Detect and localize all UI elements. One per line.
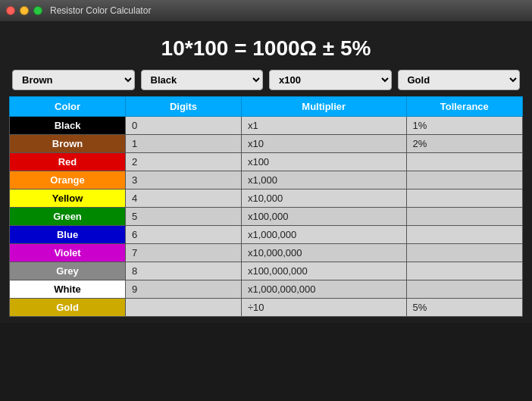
header-tolerance: Tollerance <box>406 97 522 117</box>
tolerance-cell <box>406 190 522 208</box>
multiplier-cell: ÷10 <box>241 299 406 317</box>
color-cell: Brown <box>10 135 126 153</box>
multiplier-cell: x100 <box>241 153 406 171</box>
band1-wrapper: Black Brown Red Orange Yellow Green Blue… <box>12 70 135 90</box>
color-cell: Black <box>10 117 126 135</box>
main-content: 10*100 = 1000Ω ± 5% Black Brown Red Oran… <box>0 21 532 323</box>
color-cell: Yellow <box>10 190 126 208</box>
tolerance-cell <box>406 280 522 299</box>
tolerance-cell <box>406 153 522 171</box>
color-cell: Orange <box>10 171 126 190</box>
table-row: Yellow4x10,000 <box>10 190 523 208</box>
table-row: White9x1,000,000,000 <box>10 280 523 299</box>
table-row: Black0x11% <box>10 117 523 135</box>
table-row: Brown1x102% <box>10 135 523 153</box>
tolerance-cell <box>406 244 522 262</box>
color-table-container: Color Digits Multiplier Tollerance Black… <box>9 96 523 317</box>
digits-cell: 6 <box>126 226 242 244</box>
color-cell: Gold <box>10 299 126 317</box>
multiplier-cell: x1,000 <box>241 171 406 190</box>
dropdown-row: Black Brown Red Orange Yellow Green Blue… <box>9 70 523 90</box>
tolerance-select[interactable]: Gold Silver None <box>398 70 521 90</box>
digits-cell: 4 <box>126 190 242 208</box>
digits-cell: 5 <box>126 208 242 226</box>
digits-cell: 0 <box>126 117 242 135</box>
table-row: Blue6x1,000,000 <box>10 226 523 244</box>
tolerance-cell <box>406 208 522 226</box>
header-digits: Digits <box>126 97 242 117</box>
multiplier-cell: x100,000 <box>241 208 406 226</box>
title-bar: Resistor Color Calculator <box>0 0 532 21</box>
multiplier-wrapper: x1 x10 x100 x1,000 x10,000 x100,000 x1,0… <box>269 70 392 90</box>
table-row: Gold÷105% <box>10 299 523 317</box>
digits-cell: 1 <box>126 135 242 153</box>
header-multiplier: Multiplier <box>241 97 406 117</box>
digits-cell: 7 <box>126 244 242 262</box>
table-row: Grey8x100,000,000 <box>10 262 523 280</box>
digits-cell: 8 <box>126 262 242 280</box>
color-cell: Green <box>10 208 126 226</box>
tolerance-cell <box>406 171 522 190</box>
multiplier-cell: x1 <box>241 117 406 135</box>
minimize-button[interactable] <box>20 6 29 15</box>
header-color: Color <box>10 97 126 117</box>
multiplier-cell: x100,000,000 <box>241 262 406 280</box>
maximize-button[interactable] <box>33 6 42 15</box>
table-header-row: Color Digits Multiplier Tollerance <box>10 97 523 117</box>
table-row: Orange3x1,000 <box>10 171 523 190</box>
formula-display: 10*100 = 1000Ω ± 5% <box>9 27 523 70</box>
band2-wrapper: Black Brown Red Orange Yellow Green Blue… <box>141 70 264 90</box>
table-row: Green5x100,000 <box>10 208 523 226</box>
tolerance-cell <box>406 262 522 280</box>
digits-cell: 9 <box>126 280 242 299</box>
multiplier-cell: x1,000,000,000 <box>241 280 406 299</box>
color-cell: Blue <box>10 226 126 244</box>
tolerance-cell: 1% <box>406 117 522 135</box>
window-title: Resistor Color Calculator <box>50 5 151 16</box>
tolerance-cell: 2% <box>406 135 522 153</box>
table-row: Red2x100 <box>10 153 523 171</box>
digits-cell: 2 <box>126 153 242 171</box>
multiplier-cell: x10 <box>241 135 406 153</box>
tolerance-cell: 5% <box>406 299 522 317</box>
multiplier-cell: x10,000 <box>241 190 406 208</box>
multiplier-cell: x1,000,000 <box>241 226 406 244</box>
digits-cell: 3 <box>126 171 242 190</box>
color-cell: White <box>10 280 126 299</box>
table-row: Violet7x10,000,000 <box>10 244 523 262</box>
band2-select[interactable]: Black Brown Red Orange Yellow Green Blue… <box>141 70 264 90</box>
color-cell: Violet <box>10 244 126 262</box>
color-table: Color Digits Multiplier Tollerance Black… <box>9 96 523 317</box>
color-cell: Grey <box>10 262 126 280</box>
close-button[interactable] <box>6 6 15 15</box>
multiplier-select[interactable]: x1 x10 x100 x1,000 x10,000 x100,000 x1,0… <box>269 70 392 90</box>
band1-select[interactable]: Black Brown Red Orange Yellow Green Blue… <box>12 70 135 90</box>
tolerance-wrapper: Gold Silver None <box>398 70 521 90</box>
multiplier-cell: x10,000,000 <box>241 244 406 262</box>
digits-cell <box>126 299 242 317</box>
tolerance-cell <box>406 226 522 244</box>
color-cell: Red <box>10 153 126 171</box>
